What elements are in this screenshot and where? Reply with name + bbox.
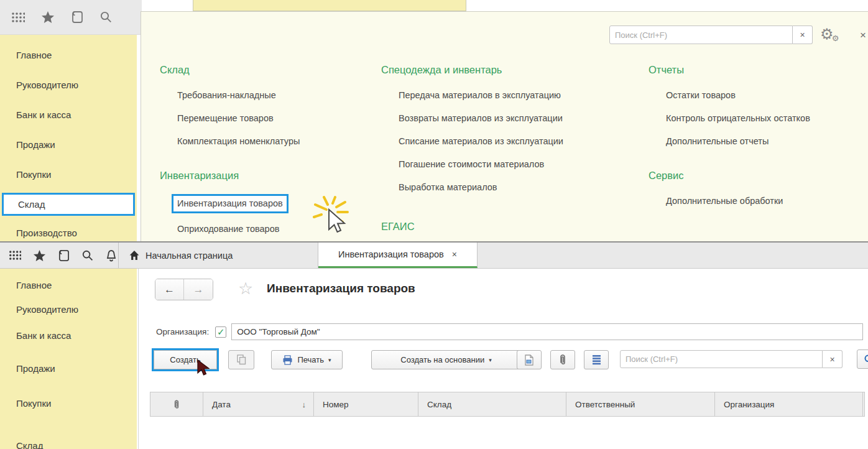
table-header-row: Дата ↓ Номер Склад Ответственный Организ… — [150, 392, 865, 417]
clear-search-button[interactable]: × — [793, 25, 813, 44]
print-icon — [282, 355, 293, 365]
sidebar-item-sklad[interactable]: Склад — [0, 440, 137, 449]
panel-search: × — [609, 25, 813, 44]
organization-label: Организация: — [156, 327, 209, 336]
sidebar-item-proizvodstvo[interactable]: Производство — [0, 228, 137, 238]
search-icon[interactable] — [81, 249, 94, 262]
app-menu-icon[interactable] — [11, 12, 25, 23]
sidebar-item-sklad-selected[interactable]: Склад — [2, 193, 135, 216]
print-button[interactable]: Печать ▾ — [271, 350, 343, 369]
menu-item-dopolnitelnye-obrabotki[interactable]: Дополнительные обработки — [666, 194, 860, 208]
section-title-servis: Сервис — [649, 170, 860, 182]
sidebar-item-pokupki[interactable]: Покупки — [0, 398, 137, 409]
organization-checkbox[interactable]: ✓ — [215, 326, 226, 338]
search-input[interactable] — [620, 350, 823, 368]
tab-home-label: Начальная страница — [145, 251, 233, 261]
click-burst-icon — [313, 196, 358, 237]
column-warehouse[interactable]: Склад — [418, 392, 566, 416]
add-to-favorites-icon[interactable]: ☆ — [238, 279, 253, 299]
menu-item-spisanie-materialov[interactable]: Списание материалов из эксплуатации — [399, 134, 636, 149]
background-window-strip — [193, 0, 466, 11]
menu-item-peremeshchenie-tovarov[interactable]: Перемещение товаров — [177, 111, 365, 126]
section-title-sklad: Склад — [160, 64, 365, 76]
menu-item-peredacha-materialov[interactable]: Передача материалов в эксплуатацию — [399, 88, 636, 103]
section-title-specodezhda: Спецодежда и инвентарь — [381, 64, 636, 76]
find-button[interactable] — [857, 349, 868, 369]
sidebar-item-pokupki[interactable]: Покупки — [0, 169, 137, 180]
command-bar: Создать — [139, 348, 868, 374]
favorites-icon[interactable] — [33, 249, 46, 262]
menu-item-vyrabotka-materialov[interactable]: Выработка материалов — [399, 180, 636, 195]
organization-field[interactable] — [231, 323, 863, 340]
settings-gear-icon[interactable]: ⚙ ⚙ — [820, 27, 834, 42]
sidebar-item-prodazhi[interactable]: Продажи — [0, 139, 137, 150]
favorites-icon[interactable] — [41, 11, 55, 24]
document-list-page: ← → ☆ Инвентаризация товаров Организация… — [138, 269, 868, 449]
tab-home-page[interactable]: Начальная страница — [118, 243, 318, 268]
close-panel-icon[interactable]: × — [860, 29, 866, 42]
sidebar-item-glavnoe[interactable]: Главное — [0, 50, 137, 60]
overlay-system-toolbar — [0, 0, 142, 35]
back-button[interactable]: ← — [155, 279, 184, 300]
tab-close-icon[interactable]: × — [452, 249, 457, 259]
menu-item-ostatki-tovarov[interactable]: Остатки товаров — [666, 88, 860, 103]
screen: Главное Руководителю Банк и касса Продаж… — [0, 0, 868, 449]
menu-column-3: Отчеты Остатки товаров Контроль отрицате… — [649, 64, 860, 229]
home-icon — [129, 250, 140, 261]
column-date[interactable]: Дата ↓ — [203, 392, 314, 416]
column-organization[interactable]: Организация — [715, 392, 863, 416]
attachment-icon — [173, 399, 180, 410]
copy-button[interactable] — [228, 350, 254, 369]
section-functions-panel: × ⚙ ⚙ × Склад Требования-накладные Перем… — [141, 11, 868, 243]
clear-search-button[interactable]: × — [823, 350, 843, 368]
attachment-button[interactable] — [550, 350, 575, 369]
navigation-buttons: ← → — [155, 279, 213, 300]
list-search: × — [620, 350, 843, 368]
sidebar-item-rukovoditelyu[interactable]: Руководителю — [0, 80, 137, 90]
search-input[interactable] — [609, 25, 793, 44]
notifications-icon[interactable] — [106, 249, 117, 262]
column-number[interactable]: Номер — [314, 392, 418, 416]
section-title-inventarizaciya: Инвентаризация — [160, 170, 365, 182]
tutorial-highlight-box[interactable]: Инвентаризация товаров — [172, 194, 289, 213]
create-based-on-button[interactable]: Создать на основании ▾ — [371, 350, 521, 369]
column-attachment[interactable] — [150, 392, 203, 416]
organization-filter-row: Организация: ✓ — [156, 323, 863, 340]
app-menu-icon[interactable] — [9, 250, 21, 261]
list-settings-button[interactable] — [584, 350, 609, 369]
main-system-toolbar: Начальная страница Инвентаризация товаро… — [0, 241, 868, 269]
section-title-otchety: Отчеты — [649, 64, 860, 76]
sidebar-item-rukovoditelyu[interactable]: Руководителю — [0, 304, 137, 315]
history-icon[interactable] — [71, 11, 83, 24]
menu-item-pogashenie-stoimosti[interactable]: Погашение стоимости материалов — [399, 157, 636, 172]
menu-item-komplektaciya-nomenklatury[interactable]: Комплектация номенклатуры — [177, 134, 365, 149]
sort-desc-icon: ↓ — [302, 400, 307, 409]
menu-item-kontrol-ostatkov[interactable]: Контроль отрицательных остатков — [666, 111, 860, 126]
main-section-sidebar: Главное Руководителю Банк и касса Продаж… — [0, 269, 137, 449]
tab-active-label: Инвентаризация товаров — [338, 249, 444, 259]
menu-item-vozvraty-materialov[interactable]: Возвраты материалов из эксплуатации — [399, 111, 636, 126]
chevron-down-icon: ▾ — [328, 357, 331, 363]
sidebar-item-bank-i-kassa[interactable]: Банк и касса — [0, 109, 137, 120]
sidebar-item-prodazhi[interactable]: Продажи — [0, 363, 137, 374]
sidebar-item-bank-i-kassa[interactable]: Банк и касса — [0, 330, 137, 341]
column-responsible[interactable]: Ответственный — [566, 392, 715, 416]
chevron-down-icon: ▾ — [489, 357, 492, 363]
overlay-section-sidebar: Главное Руководителю Банк и касса Продаж… — [0, 35, 137, 243]
load-from-file-button[interactable] — [517, 350, 542, 369]
cursor-icon — [196, 359, 210, 377]
search-icon[interactable] — [99, 11, 113, 24]
forward-button[interactable]: → — [184, 279, 213, 300]
sidebar-item-glavnoe[interactable]: Главное — [0, 280, 137, 290]
menu-item-dopolnitelnye-otchety[interactable]: Дополнительные отчеты — [666, 134, 860, 149]
history-icon[interactable] — [58, 249, 70, 262]
menu-item-trebovaniya-nakladnye[interactable]: Требования-накладные — [177, 88, 365, 103]
section-title-egais: ЕГАИС — [381, 221, 636, 233]
tab-inventarizaciya-tovarov[interactable]: Инвентаризация товаров × — [318, 243, 478, 268]
page-title: Инвентаризация товаров — [267, 282, 415, 295]
menu-column-2: Спецодежда и инвентарь Передача материал… — [381, 64, 636, 254]
